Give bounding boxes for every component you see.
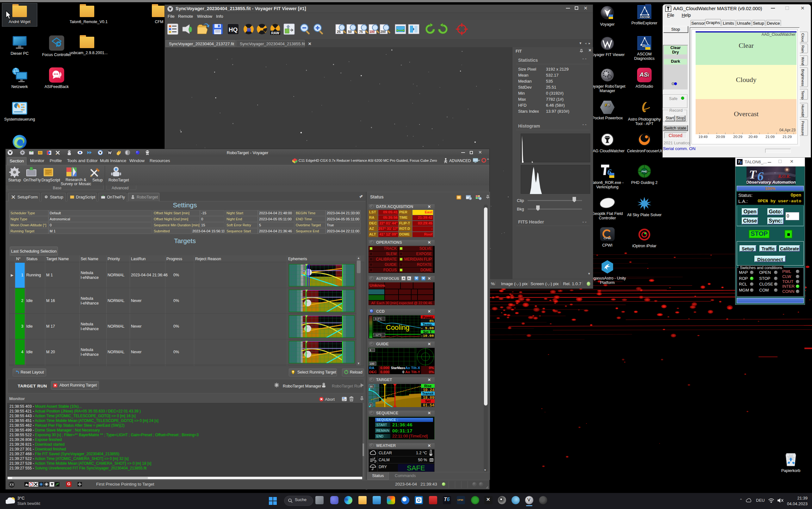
svg-text:04.Apr.23: 04.Apr.23 <box>779 128 796 132</box>
svg-text:90: 90 <box>370 385 373 388</box>
svg-text:Overcast: Overcast <box>734 110 759 118</box>
svg-text:T: T <box>749 168 757 181</box>
svg-text:100: 100 <box>369 30 375 34</box>
svg-text:HQ: HQ <box>229 26 238 33</box>
svg-text:75: 75 <box>359 30 363 34</box>
svg-text:25: 25 <box>337 30 341 34</box>
svg-text:ASCOM: ASCOM <box>639 15 650 19</box>
svg-text:-12°C: -12°C <box>374 333 382 337</box>
svg-text:Clear: Clear <box>739 41 754 49</box>
svg-text:RAW: RAW <box>271 31 279 35</box>
svg-text:100: 100 <box>370 362 374 365</box>
svg-text:Cloudy: Cloudy <box>736 76 756 83</box>
svg-text:Cooling: Cooling <box>386 324 410 331</box>
svg-text:PHD: PHD <box>641 170 647 173</box>
svg-text:3.3°C: 3.3°C <box>375 317 382 320</box>
svg-text:200: 200 <box>380 30 386 34</box>
svg-text:AAG_CloudWatcher: AAG_CloudWatcher <box>762 32 796 37</box>
svg-text:CPWI: CPWI <box>603 237 611 240</box>
svg-text:Observatory Automation: Observatory Automation <box>746 180 796 184</box>
svg-text:1: 1 <box>370 348 371 352</box>
svg-text:50: 50 <box>348 30 352 34</box>
svg-text:R.O.R.: R.O.R. <box>778 174 790 179</box>
